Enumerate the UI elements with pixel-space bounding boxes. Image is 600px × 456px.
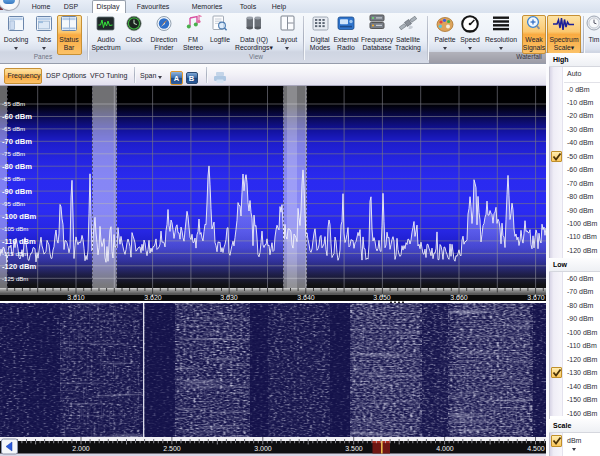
svg-text:3.610: 3.610 bbox=[67, 294, 85, 301]
svg-text:3.620: 3.620 bbox=[144, 294, 162, 301]
svg-text:-60 dBm: -60 dBm bbox=[2, 112, 32, 121]
svg-text:-85 dBm: -85 dBm bbox=[2, 175, 25, 182]
svg-text:4.500: 4.500 bbox=[527, 445, 545, 452]
svg-text:2.000: 2.000 bbox=[72, 445, 90, 452]
svg-text:-120 dBm: -120 dBm bbox=[2, 262, 36, 271]
svg-text:-80 dBm: -80 dBm bbox=[2, 162, 32, 171]
svg-text:-110 dBm: -110 dBm bbox=[2, 237, 36, 246]
svg-text:-70 dBm: -70 dBm bbox=[2, 137, 32, 146]
svg-text:-55 dBm: -55 dBm bbox=[2, 100, 25, 107]
svg-text:4.000: 4.000 bbox=[436, 445, 454, 452]
svg-text:-75 dBm: -75 dBm bbox=[2, 150, 25, 157]
svg-text:-100 dBm: -100 dBm bbox=[2, 212, 36, 221]
svg-text:3.000: 3.000 bbox=[254, 445, 272, 452]
svg-text:3.650: 3.650 bbox=[373, 294, 391, 301]
svg-text:-125 dBm: -125 dBm bbox=[2, 275, 28, 282]
svg-text:-95 dBm: -95 dBm bbox=[2, 200, 25, 207]
svg-text:3.630: 3.630 bbox=[220, 294, 238, 301]
svg-text:2.500: 2.500 bbox=[163, 445, 181, 452]
svg-text:3.660: 3.660 bbox=[450, 294, 468, 301]
svg-text:-90 dBm: -90 dBm bbox=[2, 187, 32, 196]
svg-text:3.640: 3.640 bbox=[297, 294, 315, 301]
svg-text:3.670: 3.670 bbox=[527, 294, 545, 301]
svg-text:-105 dBm: -105 dBm bbox=[2, 225, 28, 232]
svg-text:-115 dBm: -115 dBm bbox=[2, 250, 28, 257]
svg-text:-65 dBm: -65 dBm bbox=[2, 125, 25, 132]
svg-text:3.500: 3.500 bbox=[345, 445, 363, 452]
